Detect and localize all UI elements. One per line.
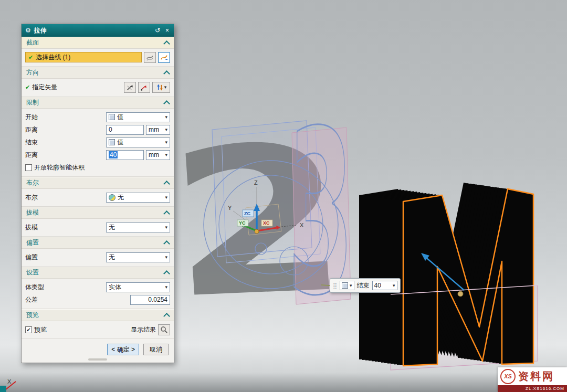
direction-group-header[interactable]: 方向 [22,67,174,79]
watermark-url: ZL.XS1616.COM [498,385,567,392]
curve-rule-button[interactable] [158,52,170,63]
value-mode-icon [109,114,115,120]
body-type-dropdown[interactable]: 实体 ▾ [106,282,170,292]
point-dialog-button[interactable] [138,82,150,93]
chevron-up-icon [163,100,170,107]
start-option-dropdown[interactable]: 值 ▾ [106,112,170,122]
gear-icon: ⚙ [25,27,31,34]
draft-label: 拔模 [25,223,104,232]
draft-group-header[interactable]: 拔模 [22,207,174,219]
offset-group: 偏置 偏置 无 ▾ [22,237,174,267]
draft-dropdown[interactable]: 无 ▾ [106,223,170,232]
chevron-up-icon [163,40,170,47]
chevron-down-icon: ▾ [165,140,167,145]
open-profile-checkbox[interactable] [25,164,32,171]
preview-checkbox[interactable]: ✔ [25,326,32,333]
offset-dropdown[interactable]: 无 ▾ [106,252,170,262]
ok-button[interactable]: < 确定 > [107,344,139,355]
boolean-group: 布尔 布尔 无 ▾ [22,177,174,207]
settings-group-header[interactable]: 设置 [22,267,174,279]
origin-handle[interactable] [255,229,259,234]
zc-axis-chip: ZC [244,211,250,216]
watermark: XS 资料网 ZL.XS1616.COM [498,367,567,392]
dialog-titlebar[interactable]: ⚙ 拉伸 ↺ × [22,24,174,37]
chevron-down-icon: ▾ [164,84,167,90]
vector-constructor-icon [126,83,134,91]
check-icon: ✔ [28,54,33,61]
end-distance-input[interactable]: 40 [106,150,144,160]
chevron-down-icon: ▾ [165,127,167,132]
magnifier-icon [160,326,168,334]
boolean-label: 布尔 [25,193,104,202]
corner-x-axis-label: X [7,378,12,385]
reverse-direction-button[interactable]: ▾ [152,82,170,93]
end-distance-label: 距离 [25,151,104,160]
boolean-none-icon [109,194,116,201]
end-option-dropdown[interactable]: 值 ▾ [106,137,170,147]
settings-group: 设置 体类型 实体 ▾ 公差 0.0254 [22,267,174,309]
dialog-resize-handle[interactable] [88,358,107,361]
chevron-down-icon: ▾ [165,225,167,230]
chevron-up-icon [163,210,170,217]
preview-label: 预览 [34,325,47,334]
view-orientation-corner: X [0,378,16,392]
curves-icon [146,54,154,61]
select-curve-field[interactable]: ✔ 选择曲线 (1) [25,52,142,62]
chevron-down-icon: ▾ [165,284,167,290]
preview-group: 预览 ✔ 预览 显示结果 [22,309,174,339]
onscreen-input-toolbar[interactable]: ⣿ ▾ 结束 40 ▾ [330,278,401,293]
chevron-up-icon [163,70,170,77]
value-mode-icon [342,282,348,289]
value-mode-icon [109,139,115,145]
chevron-down-icon: ▾ [165,255,167,260]
check-icon: ✔ [25,84,30,91]
offset-label: 偏置 [25,253,104,262]
start-distance-input[interactable]: 0 [106,125,144,135]
watermark-site-name: 资料网 [518,369,554,384]
watermark-logo: XS [500,369,516,384]
chevron-down-icon: ▾ [165,114,167,120]
dialog-title: 拉伸 [34,26,47,35]
section-group-header[interactable]: 截面 [22,37,174,49]
start-label: 开始 [25,113,104,122]
boolean-group-header[interactable]: 布尔 [22,177,174,189]
chevron-down-icon: ▾ [165,152,167,157]
drag-grip-icon[interactable]: ⣿ [333,282,337,289]
cancel-button[interactable]: 取消 [143,344,169,355]
open-profile-label: 开放轮廓智能体积 [34,163,170,172]
reverse-direction-icon [156,83,164,91]
yc-axis-chip: YC [239,220,246,226]
preview-group-header[interactable]: 预览 [22,309,174,321]
extrude-dialog: ⚙ 拉伸 ↺ × 截面 ✔ 选择曲线 (1) [21,24,174,363]
distance-drag-handle[interactable] [458,291,463,296]
close-icon[interactable]: × [164,27,170,34]
boolean-dropdown[interactable]: 无 ▾ [106,193,170,203]
y-axis-label: Y [228,205,232,211]
start-unit-dropdown[interactable]: mm ▾ [146,125,170,135]
show-result-label: 显示结果 [131,325,156,334]
limits-group: 限制 开始 值 ▾ 距离 0 mm ▾ [22,97,174,177]
tolerance-input[interactable]: 0.0254 [130,295,170,305]
chevron-down-icon: ▾ [165,195,167,200]
end-label: 结束 [357,281,370,290]
curve-rule-icon [160,54,168,61]
end-unit-dropdown[interactable]: mm ▾ [146,150,170,160]
tolerance-label: 公差 [25,295,128,304]
end-mode-dropdown[interactable]: ▾ [340,281,354,290]
chevron-down-icon: ▾ [350,283,352,288]
corner-teal-square [0,386,6,392]
x-axis-label: X [300,222,304,228]
curve-collector-button[interactable] [144,52,156,63]
limits-group-header[interactable]: 限制 [22,97,174,109]
reset-icon[interactable]: ↺ [154,27,161,34]
end-distance-onscreen-input[interactable]: 40 ▾ [372,281,397,290]
offset-group-header[interactable]: 偏置 [22,237,174,249]
sketch-curve-3: 3 [288,82,354,345]
vector-dialog-button[interactable] [124,82,136,93]
show-result-button[interactable] [158,324,170,335]
point-arrow-icon [140,83,148,91]
section-group: 截面 ✔ 选择曲线 (1) [22,37,174,67]
specify-vector-label: 指定矢量 [32,83,122,92]
start-distance-label: 距离 [25,125,104,134]
body-type-label: 体类型 [25,283,104,292]
